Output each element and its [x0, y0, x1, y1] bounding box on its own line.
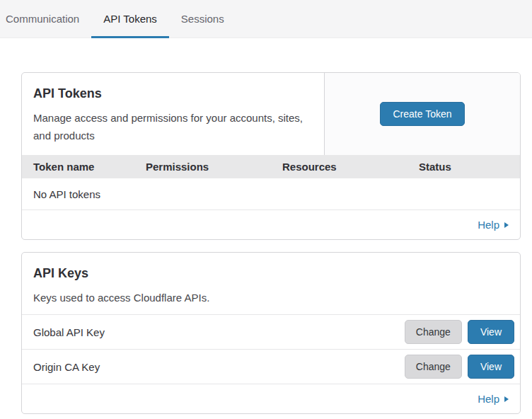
api-tokens-help-link[interactable]: Help: [478, 219, 509, 231]
api-keys-title: API Keys: [33, 266, 509, 281]
column-header-status: Status: [419, 161, 520, 173]
tab-api-tokens-label: API Tokens: [103, 13, 157, 25]
tab-api-tokens[interactable]: API Tokens: [91, 0, 169, 38]
view-global-key-button[interactable]: View: [468, 320, 514, 344]
key-actions-origin-ca: Change View: [405, 355, 514, 379]
change-origin-ca-key-button[interactable]: Change: [405, 355, 462, 379]
key-name-global: Global API Key: [33, 326, 105, 338]
arrow-right-icon: [504, 396, 509, 402]
tab-sessions-label: Sessions: [181, 13, 224, 25]
view-origin-ca-key-button[interactable]: View: [468, 355, 514, 379]
api-keys-card: API Keys Keys used to access Cloudflare …: [21, 252, 521, 414]
empty-message: No API tokens: [33, 188, 100, 200]
api-keys-card-header: API Keys Keys used to access Cloudflare …: [22, 253, 520, 315]
tab-sessions[interactable]: Sessions: [169, 0, 236, 38]
key-name-origin-ca: Origin CA Key: [33, 361, 100, 373]
api-tokens-page: Communication API Tokens Sessions API To…: [0, 0, 532, 419]
api-keys-description: Keys used to access Cloudflare APIs.: [33, 289, 509, 306]
api-tokens-title: API Tokens: [33, 86, 307, 101]
change-global-key-button[interactable]: Change: [405, 320, 462, 344]
api-key-row-origin-ca: Origin CA Key Change View: [22, 350, 520, 384]
arrow-right-icon: [504, 222, 509, 228]
help-link-label: Help: [478, 393, 499, 405]
column-header-resources: Resources: [282, 161, 419, 173]
api-key-row-global: Global API Key Change View: [22, 315, 520, 350]
tab-communication[interactable]: Communication: [0, 0, 91, 38]
main-content: API Tokens Manage access and permissions…: [21, 72, 521, 414]
help-link-label: Help: [478, 219, 499, 231]
key-actions-global: Change View: [405, 320, 514, 344]
api-tokens-card-header-text: API Tokens Manage access and permissions…: [22, 73, 325, 155]
create-token-button[interactable]: Create Token: [380, 102, 464, 126]
api-tokens-card-header: API Tokens Manage access and permissions…: [22, 73, 520, 155]
api-tokens-card: API Tokens Manage access and permissions…: [21, 72, 521, 240]
column-header-permissions: Permissions: [146, 161, 282, 173]
api-keys-help-link[interactable]: Help: [478, 393, 509, 405]
column-header-token-name: Token name: [33, 161, 146, 173]
api-tokens-card-action-panel: Create Token: [325, 73, 520, 155]
tab-communication-label: Communication: [6, 13, 79, 25]
token-table-empty-row: No API tokens: [22, 178, 520, 210]
token-table-header: Token name Permissions Resources Status: [22, 155, 520, 178]
api-tokens-description: Manage access and permissions for your a…: [33, 109, 307, 144]
api-keys-card-footer: Help: [22, 384, 520, 413]
api-tokens-card-footer: Help: [22, 210, 520, 239]
tab-bar: Communication API Tokens Sessions: [0, 0, 532, 38]
